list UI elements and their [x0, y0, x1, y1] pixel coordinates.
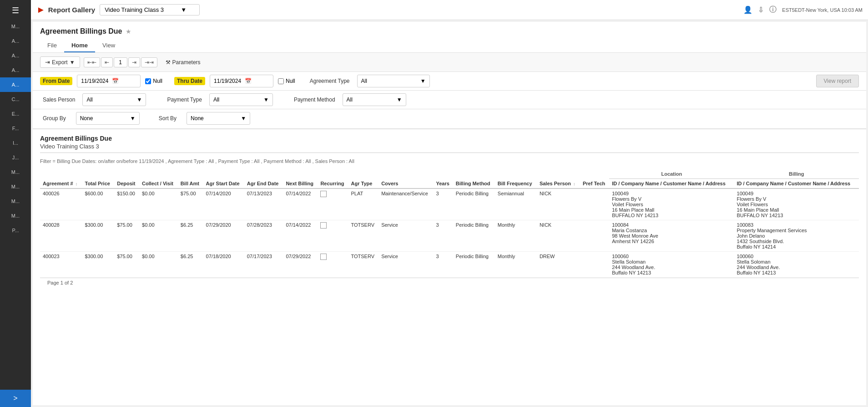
cell-agr-start-date: 07/14/2020	[203, 188, 244, 220]
sidebar-item-label: A...	[12, 67, 20, 73]
payment-type-select[interactable]: All ▼	[209, 93, 273, 106]
table-row: 400023 $300.00 $75.00 $0.00 $6.25 07/18/…	[40, 252, 859, 278]
params-row-1: From Date 11/19/2024 📅 Null Thru Date 11…	[33, 72, 866, 91]
chevron-down-icon: ▼	[181, 6, 187, 13]
calendar-icon2[interactable]: 📅	[245, 78, 252, 84]
sidebar-menu-toggle[interactable]: ☰	[0, 2, 31, 19]
download-icon[interactable]: ⇩	[758, 5, 764, 14]
cell-agreement-num: 400028	[40, 220, 82, 252]
chevron-down-icon: ▼	[136, 97, 142, 103]
cell-agr-end-date: 07/13/2023	[244, 188, 283, 220]
cell-billing-method: Periodic Billing	[453, 252, 495, 278]
sidebar-expand-button[interactable]: >	[0, 390, 31, 407]
sidebar-item-label: M...	[11, 169, 20, 175]
sidebar-item-c[interactable]: C...	[0, 92, 31, 107]
recurring-checkbox	[320, 191, 327, 197]
report-container: Agreement Billings Due ★ File Home View …	[33, 22, 866, 405]
report-title: Agreement Billings Due	[40, 27, 122, 36]
cell-total-price: $300.00	[82, 252, 114, 278]
report-body-subtitle: Video Training Class 3	[40, 143, 859, 150]
calendar-icon[interactable]: 📅	[112, 78, 119, 84]
from-date-null-check[interactable]	[145, 78, 151, 84]
cell-agr-start-date: 07/29/2020	[203, 220, 244, 252]
cell-pref-tech	[580, 220, 609, 252]
col-recurring: Recurring	[318, 179, 348, 189]
first-page-button[interactable]: ⇤⇤	[84, 57, 100, 67]
col-location-address: ID / Company Name / Customer Name / Addr…	[609, 179, 734, 189]
user-icon[interactable]: 👤	[743, 5, 752, 14]
cell-total-price: $600.00	[82, 188, 114, 220]
sidebar-item-m2[interactable]: M...	[0, 165, 31, 179]
cell-collect-visit: $0.00	[139, 220, 178, 252]
sidebar-item-a1[interactable]: A...	[0, 34, 31, 48]
col-total-price: Total Price	[82, 179, 114, 189]
last-page-button[interactable]: ⇥⇥	[141, 57, 157, 67]
sidebar-item-f[interactable]: F...	[0, 121, 31, 136]
sidebar-item-a2[interactable]: A...	[0, 48, 31, 63]
col-agr-start-date: Agr Start Date	[203, 179, 244, 189]
agreement-type-select[interactable]: All ▼	[357, 75, 430, 87]
next-page-button[interactable]: ⇥	[128, 57, 140, 67]
col-bill-amt: Bill Amt	[178, 179, 203, 189]
sidebar-item-m5[interactable]: M...	[0, 209, 31, 223]
cell-agr-start-date: 07/18/2020	[203, 252, 244, 278]
report-selector-dropdown[interactable]: Video Training Class 3 ▼	[100, 4, 200, 15]
cell-location: 100049Flowers By VVoilet Flowers16 Main …	[609, 188, 734, 220]
parameters-button[interactable]: ⚒ Parameters	[161, 57, 205, 67]
toolbar: ⇥ Export ▼ ⇤⇤ ⇤ ⇥ ⇥⇥ ⚒ Parameters	[33, 53, 866, 72]
sidebar-item-label: C...	[11, 97, 19, 102]
sidebar-item-e[interactable]: E...	[0, 107, 31, 121]
col-bill-frequency: Bill Frequency	[495, 179, 537, 189]
group-by-label: Group By	[40, 114, 69, 122]
report-header: Agreement Billings Due ★ File Home View	[33, 22, 866, 53]
cell-recurring	[318, 220, 348, 252]
sidebar-item-p[interactable]: P...	[0, 223, 31, 238]
sales-person-select[interactable]: All ▼	[82, 93, 146, 106]
sort-by-label: Sort By	[156, 114, 179, 122]
col-collect-visit: Collect / Visit	[139, 179, 178, 189]
from-date-null-checkbox[interactable]: Null	[145, 78, 162, 84]
sidebar-item-i[interactable]: I...	[0, 136, 31, 150]
view-report-button[interactable]: View report	[816, 75, 859, 87]
sidebar-item-m1[interactable]: M...	[0, 19, 31, 34]
cell-billing-method: Periodic Billing	[453, 188, 495, 220]
sidebar-item-a4[interactable]: A...	[0, 77, 31, 92]
export-button[interactable]: ⇥ Export ▼	[40, 56, 80, 68]
cell-deposit: $150.00	[114, 188, 139, 220]
page-footer: Page 1 of 2	[40, 278, 859, 287]
chevron-down-icon: ▼	[263, 97, 269, 103]
payment-method-select[interactable]: All ▼	[343, 93, 406, 106]
sidebar: ☰ M... A... A... A... A... C... E... F..…	[0, 0, 31, 407]
sort-icon2[interactable]: ↕	[573, 182, 575, 186]
sidebar-item-m3[interactable]: M...	[0, 179, 31, 194]
tab-home[interactable]: Home	[64, 39, 95, 52]
recurring-checkbox	[320, 222, 327, 229]
page-info: Page 1 of 2	[47, 280, 73, 285]
cell-agr-type: TOTSERV	[348, 252, 378, 278]
sidebar-item-label: M...	[11, 184, 20, 189]
sort-by-select[interactable]: None ▼	[187, 112, 250, 125]
page-number-input[interactable]	[114, 57, 127, 67]
sidebar-item-a3[interactable]: A...	[0, 63, 31, 77]
thru-date-input[interactable]: 11/19/2024 📅	[210, 75, 273, 87]
logo-arrow-icon: ►	[36, 5, 45, 15]
col-billing-method: Billing Method	[453, 179, 495, 189]
tab-file[interactable]: File	[40, 39, 64, 52]
tab-view[interactable]: View	[95, 39, 122, 52]
prev-page-button[interactable]: ⇤	[101, 57, 113, 67]
thru-date-null-check[interactable]	[278, 78, 284, 84]
agreement-type-label: Agreement Type	[307, 77, 353, 85]
from-date-input[interactable]: 11/19/2024 📅	[77, 75, 141, 87]
sort-icon[interactable]: ↕	[76, 182, 78, 186]
sidebar-item-j[interactable]: J...	[0, 150, 31, 165]
sidebar-item-label: I...	[13, 140, 18, 146]
sidebar-item-label: A...	[12, 38, 20, 44]
favorite-star-icon[interactable]: ★	[126, 28, 131, 35]
cell-sales-person: NICK	[537, 220, 580, 252]
group-by-select[interactable]: None ▼	[76, 112, 140, 125]
help-icon[interactable]: ⓘ	[769, 5, 777, 15]
sidebar-item-m4[interactable]: M...	[0, 194, 31, 209]
sidebar-item-label: M...	[11, 24, 20, 29]
thru-date-null-checkbox[interactable]: Null	[278, 78, 295, 84]
sales-person-label: Sales Person	[40, 96, 78, 104]
